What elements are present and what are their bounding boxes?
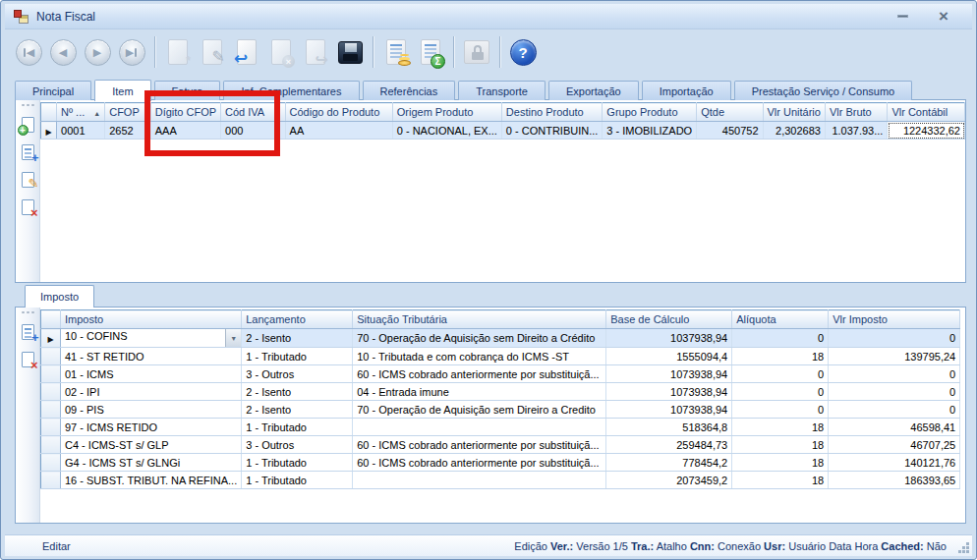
tab-principal[interactable]: Principal [15,81,91,100]
cell-al-quota[interactable]: 18 [732,472,829,489]
column-header-origem-produto[interactable]: Origem Produto [392,103,501,122]
cell-imposto[interactable]: G4 - ICMS ST s/ GLNGi [61,454,242,472]
cell-destino-produto[interactable]: 0 - CONTRIBUIN... [501,122,603,140]
cell-grupo-produto[interactable]: 3 - IMOBILIZADO [603,122,697,140]
nav-last-button[interactable]: ▶ [116,34,147,70]
cell-vlr-imposto[interactable]: 140121,76 [829,454,960,472]
cell-situa-o-tribut-ria[interactable]: 60 - ICMS cobrado anteriormente por subs… [353,436,606,454]
column-header-c-d-iva[interactable]: Cód IVA [221,103,286,122]
resize-grip[interactable] [966,550,969,553]
cell-al-quota[interactable]: 0 [732,329,829,348]
cell-lan-amento[interactable]: 1 - Tributado [242,419,353,436]
cell-lan-amento[interactable]: 2 - Isento [242,329,353,348]
cell-qtde[interactable]: 450752 [697,122,763,140]
cell-cfop[interactable]: 2652 [105,122,151,140]
column-header-qtde[interactable]: Qtde [697,103,763,122]
cell-base-de-c-lculo[interactable]: 1073938,94 [606,401,732,419]
tab-exporta-o[interactable]: Exportação [548,81,639,100]
cell-base-de-c-lculo[interactable]: 778454,2 [606,454,732,472]
cell-vlr-unit-rio[interactable]: 2,302683 [763,122,825,140]
column-header-n[interactable]: Nº ... [57,103,105,122]
tab-inf-complementares[interactable]: Inf. Complementares [223,81,359,100]
save-button[interactable] [334,34,366,70]
cell-imposto[interactable]: C4 - ICMS-ST s/ GLP [61,436,242,454]
column-header-base-de-c-lculo[interactable]: Base de Cálculo [606,310,732,329]
cell-vlr-imposto[interactable]: 0 [829,401,960,419]
cell-al-quota[interactable]: 18 [732,419,829,436]
tab-presta-o-servi-o-consumo[interactable]: Prestação Serviço / Consumo [734,81,913,100]
cell-vlr-imposto[interactable]: 0 [829,329,960,348]
cell-imposto[interactable]: 01 - ICMS [61,365,242,383]
totals-report-button[interactable]: Σ [415,34,446,70]
insert-row-button[interactable]: + [17,140,38,164]
cell-situa-o-tribut-ria[interactable]: 70 - Operação de Aquisição sem Direiro a… [353,401,606,419]
column-header-vlr-imposto[interactable]: Vlr Imposto [829,310,960,329]
cell-imposto[interactable]: 10 - COFINS [61,329,242,348]
column-header-lan-amento[interactable]: Lançamento [242,310,353,329]
cell-situa-o-tribut-ria[interactable]: 70 - Operação de Aquisição sem Direito a… [353,329,606,348]
column-header-situa-o-tribut-ria[interactable]: Situação Tributária [353,310,606,329]
cell-al-quota[interactable]: 0 [732,401,829,419]
nav-previous-button[interactable]: ◀ [47,34,79,70]
cell-lan-amento[interactable]: 2 - Isento [242,383,353,401]
delete-record-button[interactable]: × [17,196,38,219]
tool-strip-grip[interactable] [21,310,34,314]
cell-vlr-cont-bil[interactable]: 1224332,62 [888,122,965,140]
column-header-d-gito-cfop[interactable]: Dígito CFOP [150,103,220,122]
cell-vlr-imposto[interactable]: 46707,25 [829,436,960,454]
help-button[interactable]: ? [507,34,539,70]
cell-situa-o-tribut-ria[interactable]: 60 - ICMS cobrado anteriormente por subs… [353,365,606,383]
tab-item[interactable]: Item [94,80,150,101]
cell-vlr-imposto[interactable]: 0 [829,365,960,383]
cell-vlr-imposto[interactable]: 186393,65 [829,472,960,489]
cell-situa-o-tribut-ria[interactable] [353,419,606,436]
delete-record-button[interactable]: × [17,348,38,371]
tab-importa-o[interactable]: Importação [642,81,731,100]
cell-vlr-imposto[interactable]: 139795,24 [829,348,960,365]
cell-c-d-iva[interactable]: 000 [221,122,286,140]
cell-situa-o-tribut-ria[interactable]: 10 - Tributada e com cobrança do ICMS -S… [353,348,606,365]
column-header-vlr-unit-rio[interactable]: Vlr Unitário [763,103,825,122]
tab-transporte[interactable]: Transporte [458,81,546,100]
cell-base-de-c-lculo[interactable]: 518364,8 [606,419,732,436]
column-header-imposto[interactable]: Imposto [61,310,242,329]
tool-strip-grip[interactable] [21,103,34,107]
column-header-cfop[interactable]: CFOP [105,103,151,122]
column-header-destino-produto[interactable]: Destino Produto [501,103,603,122]
cell-base-de-c-lculo[interactable]: 1073938,94 [606,383,732,401]
cell-situa-o-tribut-ria[interactable]: 60 - ICMS cobrado anteriormente por subs… [353,454,606,472]
imposto-combobox[interactable]: 10 - COFINS [61,329,241,347]
cell-lan-amento[interactable]: 1 - Tributado [242,348,353,365]
cell-base-de-c-lculo[interactable]: 1073938,94 [606,365,732,383]
minimize-button[interactable] [890,7,915,25]
cell-situa-o-tribut-ria[interactable] [353,472,606,489]
cell-imposto[interactable]: 16 - SUBST. TRIBUT. NA REFINA... [61,472,242,489]
cell-lan-amento[interactable]: 3 - Outros [242,436,353,454]
combobox-dropdown-icon[interactable] [225,329,241,347]
cell-vlr-imposto[interactable]: 46598,41 [829,419,960,436]
nav-next-button[interactable]: ▶ [82,34,113,70]
cell-al-quota[interactable]: 0 [732,365,829,383]
cell-base-de-c-lculo[interactable]: 2073459,2 [606,472,732,489]
cell-origem-produto[interactable]: 0 - NACIONAL, EX... [392,122,501,140]
cell-al-quota[interactable]: 18 [732,454,829,472]
cell-vlr-imposto[interactable]: 0 [829,383,960,401]
cell-imposto[interactable]: 41 - ST RETIDO [61,348,242,365]
cell-al-quota[interactable]: 0 [732,383,829,401]
cell-al-quota[interactable]: 18 [732,348,829,365]
undo-button[interactable]: ↩ [231,34,262,70]
cell-lan-amento[interactable]: 2 - Isento [242,401,353,419]
cell-n[interactable]: 0001 [57,122,105,140]
tab-refer-ncias[interactable]: Referências [363,81,456,100]
cell-lan-amento[interactable]: 1 - Tributado [242,472,353,489]
cell-situa-o-tribut-ria[interactable]: 04 - Entrada imune [353,383,606,401]
tab-fatura[interactable]: Fatura [154,81,221,100]
cell-base-de-c-lculo[interactable]: 1037938,94 [606,329,732,348]
cell-vlr-bruto[interactable]: 1.037.93... [825,122,887,140]
cell-lan-amento[interactable]: 1 - Tributado [242,454,353,472]
cell-imposto[interactable]: 02 - IPI [61,383,242,401]
column-header-vlr-bruto[interactable]: Vlr Bruto [825,103,887,122]
column-header-grupo-produto[interactable]: Grupo Produto [603,103,697,122]
edit-record-button[interactable]: ✎ [17,168,38,192]
insert-row-button[interactable]: + [17,320,38,344]
